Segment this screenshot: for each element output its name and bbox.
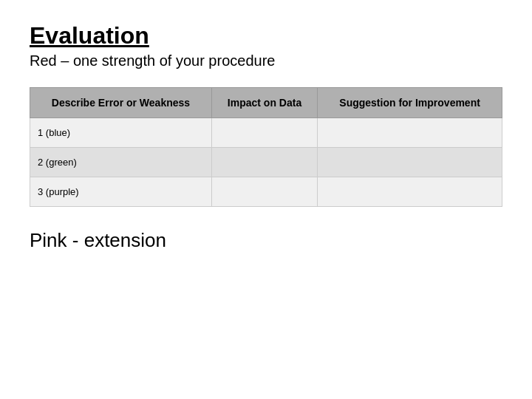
cell-col2-0 xyxy=(211,118,317,148)
page-title: Evaluation xyxy=(30,22,502,50)
table-row: 1 (blue) xyxy=(30,118,502,148)
footer-text: Pink - extension xyxy=(30,229,502,252)
cell-col1-2: 3 (purple) xyxy=(30,177,212,207)
cell-col1-0: 1 (blue) xyxy=(30,118,212,148)
evaluation-table: Describe Error or Weakness Impact on Dat… xyxy=(30,87,502,207)
cell-col3-2 xyxy=(318,177,502,207)
page-subtitle: Red – one strength of your procedure xyxy=(30,52,502,69)
cell-col2-2 xyxy=(211,177,317,207)
table-row: 2 (green) xyxy=(30,148,502,177)
cell-col2-1 xyxy=(211,148,317,177)
cell-col3-0 xyxy=(318,118,502,148)
table-row: 3 (purple) xyxy=(30,177,502,207)
cell-col3-1 xyxy=(318,148,502,177)
col-header-suggestion: Suggestion for Improvement xyxy=(318,88,502,118)
cell-col1-1: 2 (green) xyxy=(30,148,212,177)
col-header-error: Describe Error or Weakness xyxy=(30,88,212,118)
col-header-impact: Impact on Data xyxy=(211,88,317,118)
